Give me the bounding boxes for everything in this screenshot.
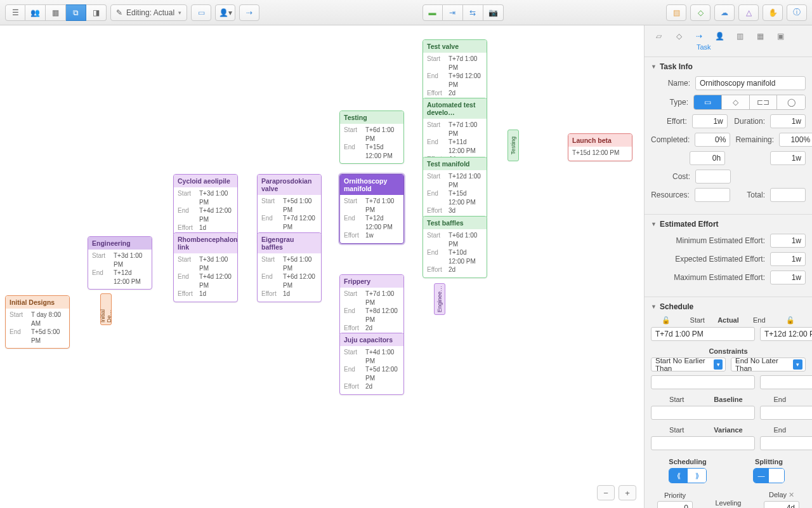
add-task-button[interactable]: ▭ <box>191 4 211 21</box>
disclosure-triangle-icon[interactable]: ▼ <box>651 64 657 70</box>
type-milestone-icon[interactable]: ◇ <box>722 95 750 109</box>
constraint-end-select[interactable]: End No Later Than▾ <box>731 358 806 371</box>
clear-delay-icon[interactable]: ✕ <box>789 491 794 498</box>
violations-button[interactable]: ✋ <box>763 4 783 21</box>
level-button[interactable]: ⇆ <box>463 4 483 21</box>
view-mode-group: ☰ 👥 ▦ ⧉ ◨ <box>5 4 107 21</box>
section-task-info: ▼Task Info Name: Type: ▭ ◇ ⊏⊐ ◯ Effort: … <box>645 57 812 215</box>
outline-button[interactable]: ▤ <box>666 4 686 21</box>
resources-input[interactable] <box>695 188 730 202</box>
type-task-icon[interactable]: ▭ <box>694 95 722 109</box>
calendar-view-button[interactable]: ▦ <box>46 4 66 21</box>
tab-custom-icon[interactable]: ▦ <box>752 29 768 43</box>
toolbar: ☰ 👥 ▦ ⧉ ◨ ✎Editing: Actual▾ ▭ 👤▾ ⇢ ▬ ⇥ ⇆… <box>0 0 812 25</box>
disclosure-triangle-icon[interactable]: ▼ <box>651 304 657 310</box>
completed-effort-input[interactable] <box>690 151 725 165</box>
catch-up-button[interactable]: ▬ <box>422 4 443 21</box>
remaining-effort-input[interactable] <box>770 151 806 165</box>
task-node-testing[interactable]: Testing StartT+6d 1:00 PM EndT+15d 12:00… <box>339 110 404 164</box>
chevron-down-icon: ▾ <box>714 359 723 370</box>
variance-end-input[interactable] <box>760 436 812 450</box>
reschedule-button[interactable]: ⇥ <box>443 4 463 21</box>
splitting-toggle[interactable]: — <box>753 468 785 483</box>
add-dependency-button[interactable]: ⇢ <box>239 4 259 21</box>
milestone-initial-designs[interactable]: Initial De… <box>100 293 112 325</box>
exp-effort-input[interactable] <box>770 252 806 266</box>
type-segmented[interactable]: ▭ ◇ ⊏⊐ ◯ <box>693 95 806 110</box>
network-view-button[interactable]: ⧉ <box>66 4 86 21</box>
effort-input[interactable] <box>692 114 728 128</box>
disclosure-triangle-icon[interactable]: ▼ <box>651 221 657 227</box>
tab-project-icon[interactable]: ▱ <box>651 29 666 43</box>
lock-end-icon[interactable]: 🔓 <box>775 316 806 324</box>
assign-resource-button[interactable]: 👤▾ <box>215 4 235 21</box>
lock-start-icon[interactable]: 🔓 <box>651 316 682 324</box>
task-node-initial-designs[interactable]: Initial Designs StartT day 8:00 AM EndT+… <box>5 295 70 349</box>
baseline-end-input[interactable] <box>760 406 812 420</box>
task-node-test-baffles[interactable]: Test baffles StartT+6d 1:00 PM EndT+10d … <box>422 216 487 278</box>
total-input[interactable] <box>770 188 806 202</box>
milestone-testing[interactable]: Testing <box>508 130 519 161</box>
task-node-ornithoscopy[interactable]: Ornithoscopy manifold StartT+7d 1:00 PM … <box>339 174 404 244</box>
baseline-start-input[interactable] <box>651 406 755 420</box>
tab-task-icon[interactable]: ⇢ <box>691 29 707 43</box>
sync-button[interactable]: ☁ <box>714 4 735 21</box>
task-node-rhombencephalon[interactable]: Rhombencephalon link StartT+3d 1:00 PM E… <box>173 232 238 302</box>
constraint-start-date[interactable] <box>651 375 755 389</box>
inspector-panel: ▱ ◇ ⇢ 👤 ▥ ▦ ▣ Task ▼Task Info Name: Type… <box>644 25 812 508</box>
task-node-cycloid[interactable]: Cycloid aeolipile StartT+3d 1:00 PM EndT… <box>173 174 238 236</box>
constraint-start-select[interactable]: Start No Earlier Than▾ <box>651 358 726 371</box>
name-input[interactable] <box>695 76 806 90</box>
type-hammock-icon[interactable]: ⊏⊐ <box>750 95 778 109</box>
task-node-eigengrau[interactable]: Eigengrau baffles StartT+5d 1:00 PM EndT… <box>257 232 322 302</box>
zoom-in-button[interactable]: + <box>619 485 636 500</box>
task-node-test-manifold[interactable]: Test manifold StartT+12d 1:00 PM EndT+15… <box>422 157 487 219</box>
max-effort-input[interactable] <box>770 271 806 284</box>
remaining-input[interactable] <box>779 133 812 147</box>
resource-view-button[interactable]: 👥 <box>25 4 46 21</box>
cost-input[interactable] <box>695 170 731 184</box>
actual-end-input[interactable] <box>760 327 812 341</box>
zoom-out-button[interactable]: − <box>597 485 615 500</box>
priority-input[interactable] <box>657 501 693 509</box>
critical-path-button[interactable]: △ <box>738 4 759 21</box>
editing-mode-selector[interactable]: ✎Editing: Actual▾ <box>110 4 187 21</box>
tab-styles-icon[interactable]: ▥ <box>732 29 747 43</box>
dashboard-view-button[interactable]: ◨ <box>86 4 107 21</box>
gantt-view-button[interactable]: ☰ <box>5 4 25 21</box>
chevron-down-icon: ▾ <box>793 359 802 370</box>
min-effort-input[interactable] <box>770 234 806 248</box>
task-node-launch-beta[interactable]: Launch beta T+15d 12:00 PM <box>568 133 632 161</box>
inspector-tabs: ▱ ◇ ⇢ 👤 ▥ ▦ ▣ Task <box>645 25 812 57</box>
delay-input[interactable] <box>764 501 799 508</box>
constraint-end-date[interactable] <box>760 375 812 389</box>
baseline-button[interactable]: 📷 <box>483 4 504 21</box>
styles-button[interactable]: ◇ <box>690 4 710 21</box>
scheduling-toggle[interactable]: ⟪⟫ <box>669 468 707 483</box>
task-node-juju[interactable]: Juju capacitors StartT+4d 1:00 PM EndT+5… <box>339 333 404 395</box>
section-schedule: ▼Schedule 🔓StartActualEnd🔓 Constraints S… <box>645 297 812 508</box>
zoom-controls: − + <box>597 485 636 500</box>
network-canvas[interactable]: Initial Designs StartT day 8:00 AM EndT+… <box>0 25 644 508</box>
task-node-engineering[interactable]: Engineering StartT+3d 1:00 PM EndT+12d 1… <box>88 236 152 290</box>
actual-start-input[interactable] <box>651 327 755 341</box>
variance-start-input[interactable] <box>651 436 755 450</box>
type-group-icon[interactable]: ◯ <box>777 95 805 109</box>
duration-input[interactable] <box>770 114 806 128</box>
task-node-frippery[interactable]: Frippery StartT+7d 1:00 PM EndT+8d 12:00… <box>339 274 404 337</box>
completed-input[interactable] <box>695 133 730 147</box>
milestone-engineering[interactable]: Enginee… <box>434 283 445 315</box>
tab-resource-icon[interactable]: 👤 <box>712 29 727 43</box>
inspector-tab-label: Task <box>645 43 812 51</box>
tab-milestone-icon[interactable]: ◇ <box>671 29 686 43</box>
task-node-test-valve[interactable]: Test valve StartT+7d 1:00 PM EndT+9d 12:… <box>422 39 487 102</box>
tab-notes-icon[interactable]: ▣ <box>773 29 788 43</box>
inspector-button[interactable]: ⓘ <box>787 4 807 21</box>
section-estimated-effort: ▼Estimated Effort Minimum Estimated Effo… <box>645 215 812 297</box>
